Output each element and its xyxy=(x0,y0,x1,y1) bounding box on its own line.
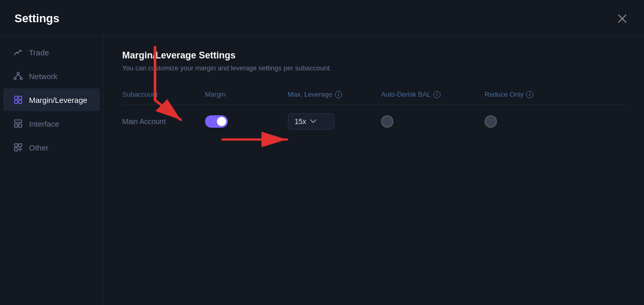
sidebar-item-other-label: Other xyxy=(29,143,49,152)
svg-rect-7 xyxy=(14,96,18,99)
svg-rect-16 xyxy=(14,148,18,151)
leverage-info-icon[interactable]: i xyxy=(335,91,342,98)
sidebar-item-interface-label: Interface xyxy=(29,119,59,128)
annotation-arrows xyxy=(104,36,644,305)
sidebar-item-trade-label: Trade xyxy=(29,48,49,57)
sidebar: Trade Network xyxy=(0,36,104,305)
modal-title: Settings xyxy=(14,12,60,25)
col-header-margin: Margin xyxy=(205,90,288,98)
autodesk-info-icon[interactable]: i xyxy=(433,91,441,98)
sidebar-item-interface[interactable]: Interface xyxy=(3,112,100,135)
chevron-down-icon xyxy=(310,118,317,125)
layout-icon xyxy=(13,119,23,128)
col-header-reduceonly: Reduce Only i xyxy=(485,90,625,98)
section-desc: You can customize your margin and levera… xyxy=(122,64,625,72)
sidebar-item-other[interactable]: Other xyxy=(3,136,100,159)
leverage-value: 15x xyxy=(295,117,306,126)
settings-modal: Settings Trade xyxy=(0,0,644,305)
grid-icon xyxy=(13,95,23,104)
autodesk-toggle[interactable] xyxy=(381,115,393,128)
cell-autodesk xyxy=(381,115,485,128)
box-icon xyxy=(13,143,23,152)
cell-leverage: 15x xyxy=(288,113,381,130)
cell-reduceonly xyxy=(485,115,625,128)
sidebar-item-margin-leverage-label: Margin/Leverage xyxy=(29,96,87,104)
reduceonly-info-icon[interactable]: i xyxy=(526,91,533,98)
svg-rect-11 xyxy=(14,120,22,123)
svg-rect-8 xyxy=(19,96,22,99)
svg-line-5 xyxy=(15,74,18,78)
svg-point-4 xyxy=(20,78,22,80)
table-row: Main Account 15x xyxy=(122,105,625,138)
svg-line-6 xyxy=(18,74,21,78)
modal-header: Settings xyxy=(0,0,644,36)
svg-rect-9 xyxy=(14,100,18,103)
cell-margin xyxy=(205,115,288,128)
table-header: Subaccount Margin Max. Leverage i Auto-D… xyxy=(122,86,625,105)
leverage-dropdown[interactable]: 15x xyxy=(288,113,334,130)
reduceonly-toggle[interactable] xyxy=(485,115,497,128)
sidebar-item-trade[interactable]: Trade xyxy=(3,41,100,64)
col-header-subaccount: Subaccount xyxy=(122,90,205,98)
svg-rect-15 xyxy=(19,144,22,147)
col-header-leverage: Max. Leverage i xyxy=(288,90,381,98)
main-content: Margin/Leverage Settings You can customi… xyxy=(104,36,644,305)
section-title: Margin/Leverage Settings xyxy=(122,50,625,61)
sidebar-item-network-label: Network xyxy=(29,72,57,81)
modal-body: Trade Network xyxy=(0,36,644,305)
toggle-knob xyxy=(217,117,226,126)
sidebar-item-network[interactable]: Network xyxy=(3,65,100,87)
svg-point-2 xyxy=(17,72,19,74)
cell-subaccount: Main Account xyxy=(122,117,205,126)
chart-icon xyxy=(13,48,23,57)
svg-point-3 xyxy=(14,78,16,80)
sidebar-item-margin-leverage[interactable]: Margin/Leverage xyxy=(3,88,100,111)
svg-rect-13 xyxy=(19,124,22,127)
close-button[interactable] xyxy=(615,11,630,26)
svg-rect-14 xyxy=(14,144,18,147)
svg-rect-12 xyxy=(14,124,18,127)
svg-rect-10 xyxy=(19,100,22,103)
col-header-autodesk: Auto-Derisk BAL i xyxy=(381,90,485,98)
network-icon xyxy=(13,71,23,81)
margin-toggle[interactable] xyxy=(205,115,228,128)
